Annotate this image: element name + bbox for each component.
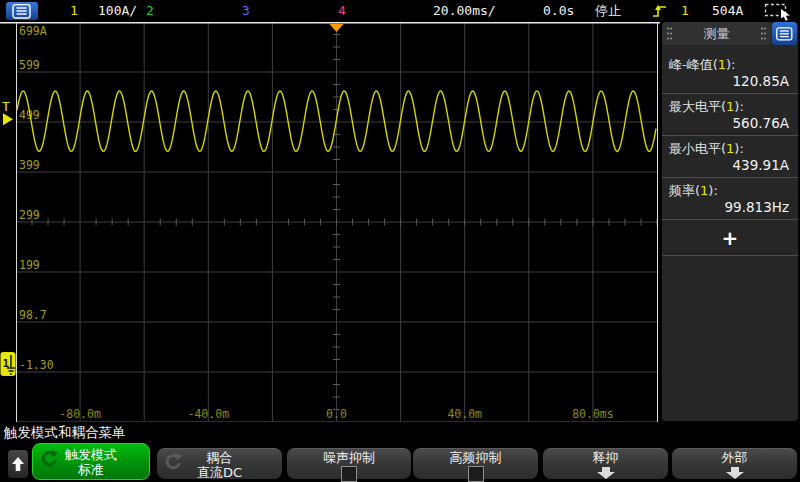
- svg-text:0.0: 0.0: [326, 407, 347, 421]
- measurement-value: 99.813Hz: [662, 199, 798, 216]
- measurement-label: 最小电平(1):: [662, 141, 798, 157]
- svg-text:-80.0m: -80.0m: [59, 407, 101, 421]
- add-measurement-button[interactable]: +: [662, 220, 798, 256]
- softkey-label: 释抑: [543, 450, 668, 465]
- delay-readout[interactable]: 0.0s: [543, 0, 574, 22]
- softkey-label: 噪声抑制: [287, 450, 411, 465]
- measurement-row[interactable]: 频率(1):99.813Hz: [662, 178, 798, 220]
- measurement-value: 560.76A: [662, 115, 798, 132]
- trigger-source: 1: [681, 0, 689, 22]
- holdoff-softkey[interactable]: 释抑: [543, 448, 668, 479]
- measurement-label: 频率(1):: [662, 183, 798, 199]
- down-arrow-icon: [543, 467, 668, 482]
- graticule-grid: [0, 22, 660, 422]
- menu-list-icon: [776, 27, 793, 41]
- checkbox-icon[interactable]: [468, 466, 484, 482]
- waveform-display-area[interactable]: 699A59949939929919998.7-1.30-80.0m-40.0m…: [0, 22, 660, 422]
- softkey-menu-bar: 触发模式标准耦合直流DC噪声抑制高频抑制释抑外部: [0, 444, 800, 482]
- measurement-label: 峰-峰值(1):: [662, 57, 798, 73]
- svg-text:-1.30: -1.30: [19, 358, 54, 372]
- measurement-panel-title: 测量: [704, 25, 730, 43]
- drag-grip-icon: [760, 26, 767, 41]
- external-softkey[interactable]: 外部: [672, 448, 797, 479]
- channel1-ground-marker[interactable]: 1: [1, 352, 16, 376]
- svg-text:599: 599: [19, 58, 40, 72]
- channel4-button[interactable]: 4: [338, 0, 346, 22]
- knob-rotate-icon: [40, 450, 59, 470]
- measurement-value: 439.91A: [662, 157, 798, 174]
- svg-text:399: 399: [19, 158, 40, 172]
- svg-text:199: 199: [19, 258, 40, 272]
- svg-text:T: T: [2, 99, 10, 114]
- trigger-mode-softkey[interactable]: 触发模式标准: [32, 443, 150, 480]
- menu-back-button[interactable]: [8, 450, 28, 478]
- oscilloscope-screen: 1 100A/ 2 3 4 20.00ms/ 0.0s 停止 1 504A 69…: [0, 0, 800, 482]
- svg-text:80.0ms: 80.0ms: [572, 407, 614, 421]
- svg-text:-40.0m: -40.0m: [188, 407, 230, 421]
- down-arrow-icon: [672, 467, 797, 482]
- measurement-menu-button[interactable]: [772, 22, 797, 45]
- timebase-readout[interactable]: 20.00ms/: [433, 0, 496, 22]
- knob-rotate-icon: [164, 453, 183, 473]
- svg-text:699A: 699A: [19, 24, 47, 38]
- hf-reject-softkey[interactable]: 高频抑制: [413, 448, 538, 479]
- trigger-level-readout[interactable]: 504A: [712, 0, 743, 22]
- measurement-panel-header[interactable]: 测量: [662, 22, 771, 45]
- trigger-slope-icon: [652, 3, 668, 23]
- measurement-label: 最大电平(1):: [662, 99, 798, 115]
- channel1-button[interactable]: 1: [70, 0, 78, 22]
- trigger-level-marker[interactable]: T: [2, 99, 13, 125]
- graticule-svg: 699A59949939929919998.7-1.30-80.0m-40.0m…: [0, 22, 660, 422]
- channel2-button[interactable]: 2: [146, 0, 154, 22]
- trigger-position-marker[interactable]: [330, 24, 344, 32]
- checkbox-icon[interactable]: [341, 466, 357, 482]
- measurement-list: 峰-峰值(1):120.85A最大电平(1):560.76A最小电平(1):43…: [662, 52, 798, 256]
- coupling-softkey[interactable]: 耦合直流DC: [157, 448, 282, 479]
- run-status: 停止: [595, 0, 621, 22]
- menu-list-icon: [12, 4, 32, 19]
- main-menu-button[interactable]: [6, 2, 38, 20]
- svg-text:299: 299: [19, 208, 40, 222]
- measurement-row[interactable]: 最小电平(1):439.91A: [662, 136, 798, 178]
- softkey-label: 高频抑制: [413, 450, 538, 465]
- softkey-label: 外部: [672, 450, 797, 465]
- measurement-value: 120.85A: [662, 73, 798, 90]
- svg-text:40.0m: 40.0m: [447, 407, 482, 421]
- drag-grip-icon: [666, 26, 673, 41]
- top-status-bar: 1 100A/ 2 3 4 20.00ms/ 0.0s 停止 1 504A: [0, 0, 800, 22]
- softkey-menu-title: 触发模式和耦合菜单: [4, 424, 126, 442]
- svg-text:98.7: 98.7: [19, 308, 47, 322]
- channel3-button[interactable]: 3: [242, 0, 250, 22]
- channel1-scale[interactable]: 100A/: [98, 0, 137, 22]
- up-arrow-icon: [11, 457, 25, 472]
- measurement-panel: 测量 峰-峰值(1):120.85A最大电平(1):560.76A最小电平(1)…: [662, 22, 798, 421]
- measurement-row[interactable]: 峰-峰值(1):120.85A: [662, 52, 798, 94]
- noise-reject-softkey[interactable]: 噪声抑制: [287, 448, 411, 479]
- measurement-row[interactable]: 最大电平(1):560.76A: [662, 94, 798, 136]
